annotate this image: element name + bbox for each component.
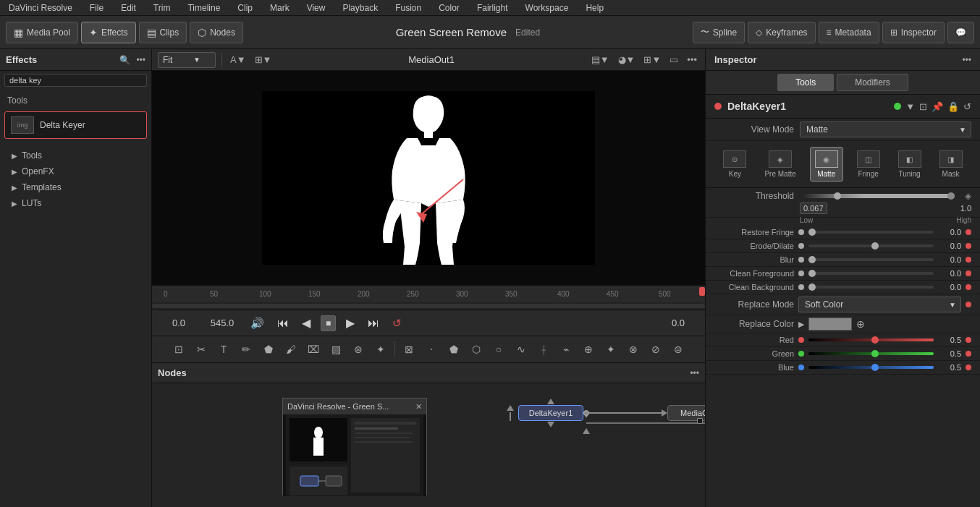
tool-anim[interactable]: ⌁	[556, 339, 576, 359]
red-track[interactable]	[808, 338, 934, 341]
threshold-high-handle[interactable]	[947, 192, 955, 200]
tool-select[interactable]: ⊡	[169, 339, 189, 359]
blue-track[interactable]	[808, 366, 934, 369]
menu-playback[interactable]: Playback	[339, 1, 381, 14]
viewer-color-btn[interactable]: ◕▼	[616, 54, 638, 65]
search-icon[interactable]: 🔍	[119, 55, 130, 65]
clean-fg-thumb[interactable]	[808, 270, 816, 277]
chat-button[interactable]: 💬	[947, 22, 974, 43]
menu-davinci[interactable]: DaVinci Resolve	[6, 1, 75, 14]
clean-bg-end[interactable]	[966, 284, 971, 290]
replace-color-swatch[interactable]	[808, 318, 852, 331]
menu-view[interactable]: View	[304, 1, 329, 14]
tool-crop[interactable]: ⊠	[399, 339, 419, 359]
blue-thumb[interactable]	[871, 364, 879, 371]
step-back-button[interactable]: ◀	[299, 315, 313, 331]
tab-modifiers[interactable]: Modifiers	[837, 74, 908, 91]
menu-edit[interactable]: Edit	[118, 1, 139, 14]
erode-dilate-track[interactable]	[808, 244, 934, 247]
inspector-more-icon[interactable]: •••	[962, 55, 971, 65]
clean-fg-end[interactable]	[966, 270, 971, 276]
menu-workspace[interactable]: Workspace	[523, 1, 572, 14]
blur-thumb[interactable]	[808, 256, 816, 263]
node-lock-icon[interactable]: 🔒	[947, 101, 959, 112]
tool-erase2[interactable]: ⊘	[646, 339, 666, 359]
tool-brush[interactable]: ✦	[601, 339, 621, 359]
replace-mode-end[interactable]	[966, 302, 971, 307]
node-copy-icon[interactable]: ⊡	[919, 101, 927, 112]
tool-stamp[interactable]: ⊜	[668, 339, 688, 359]
restore-fringe-track[interactable]	[808, 231, 934, 234]
inspector-button[interactable]: ⊞ Inspector	[882, 22, 945, 43]
menu-help[interactable]: Help	[583, 1, 607, 14]
tool-text[interactable]: T	[214, 339, 234, 359]
tool-paint[interactable]: 🖌	[281, 339, 301, 359]
clean-bg-track[interactable]	[808, 286, 934, 289]
tool-mask2[interactable]: ⬟	[444, 339, 464, 359]
mode-icon-tuning[interactable]: ◧ Tuning	[894, 148, 926, 181]
nodes-more-icon[interactable]: •••	[690, 368, 699, 378]
blur-end[interactable]	[966, 257, 971, 263]
tab-tools[interactable]: Tools	[777, 74, 834, 91]
tool-clone[interactable]: ⊕	[578, 339, 599, 359]
channel-select-btn[interactable]: A▼	[228, 54, 248, 65]
mode-icon-fringe[interactable]: ◫ Fringe	[853, 148, 884, 181]
color-picker-icon[interactable]: ⊕	[856, 318, 865, 330]
mode-icon-key[interactable]: ⊙ Key	[719, 148, 751, 181]
volume-button[interactable]: 🔊	[248, 315, 267, 331]
mode-icon-mask[interactable]: ◨ Mask	[935, 148, 967, 181]
effects-search-input[interactable]	[4, 74, 147, 87]
goto-start-button[interactable]: ⏮	[274, 315, 292, 331]
loop-button[interactable]: ↺	[389, 315, 405, 331]
viewer-grid-btn[interactable]: ⊞▼	[641, 54, 663, 65]
delta-keyer-item[interactable]: img Delta Keyer	[4, 111, 147, 139]
red-thumb[interactable]	[871, 336, 879, 344]
tool-polygon[interactable]: ⬟	[258, 339, 279, 359]
menu-timeline[interactable]: Timeline	[185, 1, 223, 14]
view-mode-select[interactable]: Matte ▼	[800, 122, 971, 137]
tool-mask1[interactable]: ⬞	[421, 339, 442, 359]
blue-end[interactable]	[966, 365, 971, 370]
threshold-low-handle[interactable]	[834, 192, 841, 200]
node-reset-icon[interactable]: ↺	[963, 101, 971, 112]
keyframes-button[interactable]: ◇ Keyframes	[748, 22, 815, 43]
green-end[interactable]	[966, 351, 971, 357]
play-button[interactable]: ▶	[343, 315, 358, 331]
media-out-node[interactable]: MediaOut1	[667, 405, 705, 421]
node-dropdown-icon[interactable]: ▼	[905, 101, 915, 112]
timeline-scrollbar[interactable]	[152, 302, 705, 310]
blur-track[interactable]	[808, 258, 934, 261]
sidebar-item-templates[interactable]: ▶ Templates	[0, 179, 151, 195]
green-track[interactable]	[808, 352, 934, 355]
green-thumb[interactable]	[871, 350, 879, 357]
menu-fusion[interactable]: Fusion	[392, 1, 424, 14]
spline-button[interactable]: 〜 Spline	[693, 22, 745, 43]
more-options-icon[interactable]: •••	[136, 55, 145, 65]
clean-fg-track[interactable]	[808, 272, 934, 275]
tool-poly[interactable]: ⬡	[466, 339, 486, 359]
sidebar-item-luts[interactable]: ▶ LUTs	[0, 195, 151, 211]
threshold-end-diamond[interactable]: ◈	[965, 191, 971, 201]
effects-button[interactable]: ✦ Effects	[81, 22, 135, 43]
sidebar-item-tools[interactable]: ▶ Tools	[0, 148, 151, 163]
metadata-button[interactable]: ≡ Metadata	[819, 22, 879, 43]
viewer-more-btn[interactable]: •••	[685, 54, 699, 65]
mode-icon-matte[interactable]: ◉ Matte	[810, 147, 843, 182]
sidebar-item-openfx[interactable]: ▶ OpenFX	[0, 163, 151, 179]
goto-end-button[interactable]: ⏭	[365, 315, 382, 331]
erode-dilate-end[interactable]	[966, 243, 971, 249]
tool-path[interactable]: ⟊	[533, 339, 554, 359]
tool-circle[interactable]: ○	[489, 339, 509, 359]
menu-trim[interactable]: Trim	[151, 1, 174, 14]
menu-clip[interactable]: Clip	[235, 1, 255, 14]
fit-dropdown[interactable]: Fit ▼	[158, 52, 216, 68]
threshold-slider[interactable]	[804, 194, 955, 198]
restore-fringe-thumb[interactable]	[808, 229, 816, 236]
tool-particle[interactable]: ✦	[371, 339, 391, 359]
tool-pen[interactable]: ✏	[236, 339, 256, 359]
view-mode-btn[interactable]: ⊞▼	[253, 54, 274, 65]
nodes-button[interactable]: ⬡ Nodes	[190, 22, 243, 43]
media-pool-button[interactable]: ▦ Media Pool	[6, 22, 78, 43]
delta-keyer-node[interactable]: DeltaKeyer1	[518, 405, 583, 421]
menu-fairlight[interactable]: Fairlight	[474, 1, 511, 14]
